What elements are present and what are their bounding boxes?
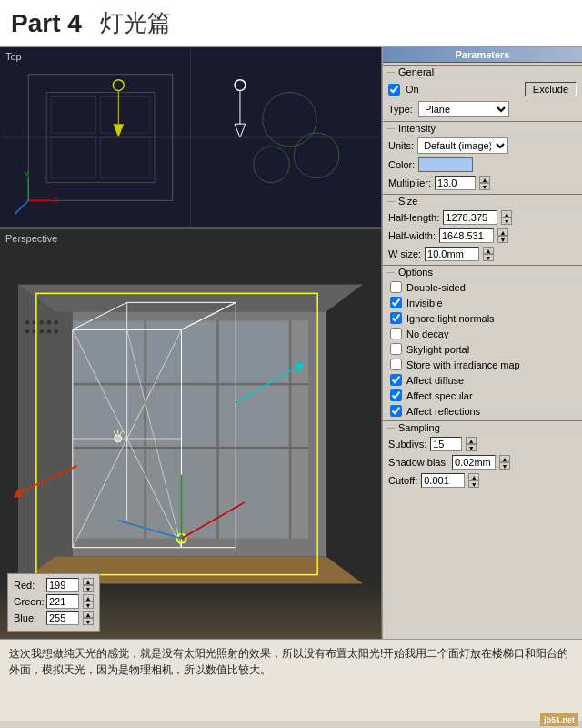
shadow-bias-row: Shadow bias: ▲ ▼	[383, 453, 582, 471]
ignore-light-normals-label: Ignore light normals	[406, 313, 495, 324]
units-label: Units:	[388, 140, 414, 151]
half-width-down[interactable]: ▼	[497, 236, 508, 243]
cutoff-input[interactable]	[421, 473, 465, 488]
shadow-bias-input[interactable]	[452, 455, 496, 470]
affect-reflections-checkbox[interactable]	[390, 405, 402, 417]
rgb-inputs: Red: ▲ ▼ Green: ▲ ▼ Blue:	[7, 573, 100, 632]
size-section-header: Size	[383, 194, 582, 208]
red-up[interactable]: ▲	[83, 578, 94, 585]
params-title-bar: Parameters	[383, 47, 582, 63]
multiplier-label: Multiplier:	[388, 177, 431, 188]
cutoff-up[interactable]: ▲	[468, 473, 479, 480]
no-decay-row: No decay	[383, 326, 582, 341]
header: Part 4 灯光篇	[0, 0, 582, 47]
ignore-light-normals-row: Ignore light normals	[383, 310, 582, 326]
subdivs-label: Subdivs:	[388, 439, 426, 450]
blue-input[interactable]	[46, 611, 79, 625]
svg-rect-42	[219, 450, 288, 537]
w-size-spinner[interactable]: ▲ ▼	[483, 247, 494, 261]
affect-diffuse-checkbox[interactable]	[390, 374, 402, 386]
cutoff-spinner[interactable]: ▲ ▼	[468, 473, 479, 488]
half-length-label: Half-length:	[388, 212, 439, 223]
cutoff-down[interactable]: ▼	[468, 480, 479, 488]
store-irradiance-label: Store with irradiance map	[406, 359, 520, 370]
double-sided-checkbox[interactable]	[390, 281, 402, 293]
ignore-light-normals-checkbox[interactable]	[390, 312, 402, 324]
half-width-input[interactable]	[439, 228, 494, 243]
affect-reflections-label: Affect reflections	[406, 406, 480, 417]
svg-rect-39	[219, 386, 288, 446]
red-down[interactable]: ▼	[83, 585, 94, 592]
svg-rect-53	[55, 329, 58, 333]
svg-point-72	[115, 435, 122, 442]
half-length-spinner[interactable]: ▲ ▼	[501, 210, 512, 225]
svg-rect-43	[18, 311, 73, 556]
bottom-text-content: 这次我想做纯天光的感觉，就是没有太阳光照射的效果，所以没有布置太阳光!开始我用二…	[9, 647, 568, 676]
green-up[interactable]: ▲	[83, 594, 94, 602]
type-row: Type: Plane	[383, 99, 582, 119]
subdivs-up[interactable]: ▲	[466, 437, 477, 444]
subdivs-input[interactable]	[430, 437, 462, 451]
w-size-down[interactable]: ▼	[483, 254, 494, 261]
affect-diffuse-row: Affect diffuse	[383, 372, 582, 388]
blue-spinner[interactable]: ▲ ▼	[83, 611, 94, 625]
half-width-spinner[interactable]: ▲ ▼	[497, 228, 508, 243]
multiplier-spinner[interactable]: ▲ ▼	[479, 176, 490, 190]
multiplier-down[interactable]: ▼	[479, 183, 490, 190]
half-width-up[interactable]: ▲	[497, 228, 508, 236]
on-checkbox[interactable]	[388, 84, 400, 96]
shadow-bias-up[interactable]: ▲	[499, 455, 510, 462]
blue-down[interactable]: ▼	[83, 618, 94, 625]
blue-up[interactable]: ▲	[83, 611, 94, 618]
page-title: 灯光篇	[100, 7, 171, 39]
shadow-bias-spinner[interactable]: ▲ ▼	[499, 455, 510, 470]
on-label: On	[406, 84, 419, 95]
color-swatch[interactable]	[418, 157, 473, 172]
type-label: Type:	[388, 104, 413, 115]
w-size-up[interactable]: ▲	[483, 247, 494, 254]
subdivs-spinner[interactable]: ▲ ▼	[466, 437, 477, 451]
red-input[interactable]	[46, 578, 79, 592]
subdivs-row: Subdivs: ▲ ▼	[383, 435, 582, 453]
top-viewport[interactable]: Top	[0, 47, 381, 229]
svg-marker-27	[18, 284, 363, 311]
general-label: General	[398, 66, 434, 77]
blue-label: Blue:	[14, 612, 43, 623]
sampling-label: Sampling	[398, 422, 440, 433]
no-decay-checkbox[interactable]	[390, 328, 402, 339]
watermark: jb51.net	[540, 713, 578, 726]
store-irradiance-checkbox[interactable]	[390, 359, 402, 370]
subdivs-down[interactable]: ▼	[466, 444, 477, 451]
svg-rect-48	[55, 320, 58, 324]
skylight-portal-label: Skylight portal	[406, 344, 469, 355]
red-spinner[interactable]: ▲ ▼	[83, 578, 94, 592]
w-size-input[interactable]	[425, 247, 479, 261]
affect-specular-checkbox[interactable]	[390, 389, 402, 401]
skylight-portal-checkbox[interactable]	[390, 343, 402, 355]
double-sided-row: Double-sided	[383, 279, 582, 295]
half-length-down[interactable]: ▼	[501, 217, 512, 225]
size-label: Size	[398, 196, 417, 207]
units-select[interactable]: Default (image)	[417, 137, 508, 154]
affect-reflections-row: Affect reflections	[383, 403, 582, 419]
type-select[interactable]: Plane	[418, 101, 509, 117]
green-down[interactable]: ▼	[83, 602, 94, 609]
svg-rect-36	[219, 322, 288, 382]
half-width-label: Half-width:	[388, 230, 436, 241]
multiplier-up[interactable]: ▲	[479, 176, 490, 183]
w-size-label: W size:	[388, 248, 421, 259]
persp-viewport[interactable]: Perspective	[0, 229, 381, 639]
affect-specular-label: Affect specular	[406, 390, 473, 401]
multiplier-input[interactable]	[435, 176, 476, 190]
green-spinner[interactable]: ▲ ▼	[83, 594, 94, 609]
persp-viewport-label: Perspective	[5, 233, 57, 244]
w-size-row: W size: ▲ ▼	[383, 245, 582, 263]
shadow-bias-down[interactable]: ▼	[499, 462, 510, 470]
half-length-up[interactable]: ▲	[501, 210, 512, 217]
exclude-button[interactable]: Exclude	[525, 82, 577, 96]
invisible-checkbox[interactable]	[390, 297, 402, 308]
half-length-input[interactable]	[443, 210, 497, 225]
svg-rect-44	[25, 320, 29, 324]
half-length-row: Half-length: ▲ ▼	[383, 208, 582, 227]
green-input[interactable]	[46, 594, 79, 609]
